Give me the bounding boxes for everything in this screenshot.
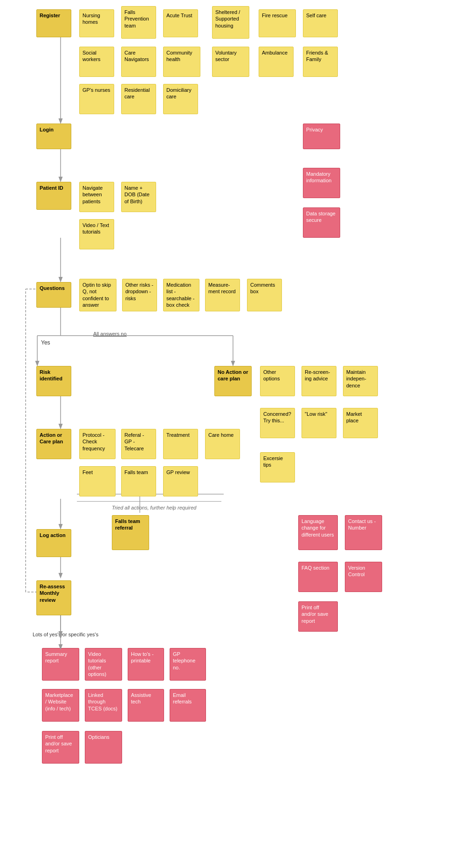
- video-tutorials-box[interactable]: Video tutorials (other options): [85, 648, 122, 681]
- register-box[interactable]: Register: [36, 9, 71, 37]
- comments-box[interactable]: Comments box: [247, 279, 282, 311]
- rescreening-box[interactable]: Re-screen-ing advice: [302, 366, 336, 396]
- ambulance-box[interactable]: Ambulance: [259, 47, 294, 77]
- community-health-box[interactable]: Community health: [163, 47, 200, 77]
- lots-of-yeses-label: Lots of yes's or specific yes's: [33, 632, 98, 637]
- treatment-box[interactable]: Treatment: [163, 429, 198, 459]
- login-box[interactable]: Login: [36, 124, 71, 149]
- email-referrals-box[interactable]: Email referrals: [170, 689, 206, 722]
- low-risk-box[interactable]: "Low risk": [302, 408, 336, 438]
- gp-review-box[interactable]: GP review: [163, 466, 198, 496]
- measurement-box[interactable]: Measure-ment record: [205, 279, 240, 311]
- howtos-box[interactable]: How to's - printable: [128, 648, 164, 681]
- voluntary-sector-box[interactable]: Voluntary sector: [212, 47, 249, 77]
- gp-nurses-box[interactable]: GP's nurses: [79, 84, 114, 114]
- risk-identified-box[interactable]: Risk identified: [36, 366, 71, 396]
- summary-report-box[interactable]: Summary report: [42, 648, 79, 681]
- no-action-box[interactable]: No Action or care plan: [214, 366, 252, 396]
- nursing-homes-box[interactable]: Nursing homes: [79, 9, 114, 37]
- print-save1-box[interactable]: Print off and/or save report: [298, 601, 338, 632]
- contact-us-box[interactable]: Contact us - Number: [345, 515, 382, 550]
- tried-all-line: [77, 501, 221, 502]
- market-place-box[interactable]: Market place: [343, 408, 378, 438]
- feet-box[interactable]: Feet: [79, 466, 116, 496]
- privacy-box[interactable]: Privacy: [303, 124, 340, 149]
- patient-id-box[interactable]: Patient ID: [36, 182, 71, 210]
- self-care-box[interactable]: Self care: [303, 9, 338, 37]
- faq-box[interactable]: FAQ section: [298, 562, 338, 592]
- falls-team-box[interactable]: Falls team: [121, 466, 156, 496]
- domiciliary-care-box[interactable]: Domiciliary care: [163, 84, 198, 114]
- concerned-box[interactable]: Concerned? Try this...: [260, 408, 295, 438]
- opticians-box[interactable]: Opticians: [85, 731, 122, 764]
- gp-telephone-box[interactable]: GP telephone no.: [170, 648, 206, 681]
- marketplace-web-box[interactable]: Marketplace / Website (info / tech): [42, 689, 79, 722]
- sheltered-box[interactable]: Sheltered / Supported housing: [212, 6, 249, 39]
- tried-all-label: Tried all actions, further help required: [112, 504, 205, 511]
- exercise-tips-box[interactable]: Excersie tips: [260, 452, 295, 482]
- log-action-box[interactable]: Log action: [36, 529, 71, 557]
- assistive-tech-box[interactable]: Assistive tech: [128, 689, 164, 722]
- other-risks-box[interactable]: Other risks - dropdown - risks: [122, 279, 157, 311]
- action-care-plan-box[interactable]: Action or Care plan: [36, 429, 71, 459]
- language-change-box[interactable]: Language change for different users: [298, 515, 338, 550]
- falls-prevention-box[interactable]: Falls Prevention team: [121, 6, 156, 39]
- maintain-box[interactable]: Maintain indepen-dence: [343, 366, 378, 396]
- reassess-box[interactable]: Re-assess Monthly review: [36, 580, 71, 615]
- social-workers-box[interactable]: Social workers: [79, 47, 114, 77]
- falls-team-referral-box[interactable]: Falls team referral: [112, 515, 149, 550]
- other-options-box[interactable]: Other options: [260, 366, 295, 396]
- referral-gp-box[interactable]: Referal - GP - Telecare: [121, 429, 156, 459]
- linked-tces-box[interactable]: Linked through TCES (docs): [85, 689, 122, 722]
- questions-box[interactable]: Questions: [36, 282, 71, 308]
- residential-care-box[interactable]: Residential care: [121, 84, 156, 114]
- navigate-box[interactable]: Navigate between patients: [79, 182, 114, 212]
- mandatory-info-box[interactable]: Mandatory information: [303, 168, 340, 198]
- all-answers-no-label: All answers no: [93, 331, 127, 337]
- optin-skip-box[interactable]: Optin to skip Q, not confident to answer: [79, 279, 116, 311]
- friends-family-box[interactable]: Friends & Family: [303, 47, 338, 77]
- print-save2-box[interactable]: Print off and/or save report: [42, 731, 79, 764]
- care-home-box[interactable]: Care home: [205, 429, 240, 459]
- medication-list-box[interactable]: Medication list - searchable - box check: [163, 279, 199, 311]
- flowchart-diagram: Register Nursing homes Falls Prevention …: [0, 0, 466, 868]
- yes-label: Yes: [41, 339, 50, 346]
- care-navigators-box[interactable]: Care Navigators: [121, 47, 156, 77]
- acute-trust-box[interactable]: Acute Trust: [163, 9, 198, 37]
- data-storage-box[interactable]: Data storage secure: [303, 207, 340, 238]
- fire-rescue-box[interactable]: Fire rescue: [259, 9, 296, 37]
- video-text-box[interactable]: Video / Text tutorials: [79, 219, 114, 249]
- name-dob-box[interactable]: Name + DOB (Date of Birth): [121, 182, 156, 212]
- protocol-box[interactable]: Protocol - Check frequency: [79, 429, 116, 459]
- version-control-box[interactable]: Version Control: [345, 562, 382, 592]
